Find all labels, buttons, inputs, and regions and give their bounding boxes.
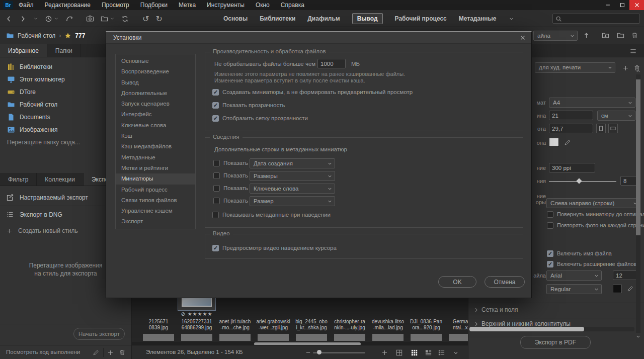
tab-folders[interactable]: Папки — [47, 44, 81, 57]
zoom-in-button[interactable] — [381, 349, 388, 356]
folder-options-button[interactable] — [101, 15, 115, 23]
tab-favorites[interactable]: Избранное — [0, 44, 47, 57]
menu-tools[interactable]: Инструменты — [201, 0, 250, 10]
section-chevron-icon[interactable] — [473, 321, 479, 327]
transparency-grid-checkbox[interactable] — [212, 115, 219, 122]
forward-button[interactable] — [19, 15, 27, 23]
export-pdf-button[interactable]: Экспорт в PDF — [520, 336, 591, 349]
section-thumbnails[interactable]: Миниатюры — [116, 173, 195, 184]
panel-vertical-scrollbar[interactable] — [636, 74, 640, 333]
generate-thumbnails-checkbox[interactable] — [212, 89, 219, 96]
parent-folder-button[interactable] — [583, 32, 590, 39]
hover-metadata-checkbox[interactable] — [212, 212, 219, 218]
font-size-input[interactable] — [613, 271, 637, 280]
font-color-swatch[interactable] — [613, 285, 622, 293]
search-box[interactable] — [552, 14, 640, 24]
menu-file[interactable]: Файл — [13, 0, 39, 10]
font-style-dropdown[interactable]: Regular — [546, 284, 602, 294]
scrollbar-thumb[interactable] — [636, 79, 640, 235]
thumbnail-placeholder[interactable] — [411, 334, 442, 341]
file-quality-dropdown[interactable]: айла — [533, 31, 578, 41]
quality-slider[interactable] — [549, 181, 616, 182]
lock-grid-button[interactable] — [395, 349, 403, 356]
section-file-type-assoc[interactable]: Связи типов файлов — [116, 195, 195, 206]
metadata-row4-dropdown[interactable]: Размер — [250, 196, 335, 206]
add-style-icon[interactable] — [107, 349, 114, 356]
new-folder-button[interactable] — [602, 32, 609, 39]
dialog-close-icon[interactable] — [519, 34, 526, 41]
units-dropdown[interactable]: см — [597, 111, 635, 121]
workspace-metadata[interactable]: Метаданные — [459, 15, 497, 22]
view-thumbnails-button[interactable] — [411, 349, 418, 356]
dialog-titlebar[interactable]: Установки — [106, 32, 531, 44]
rotate-left-button[interactable]: ↺ — [142, 15, 149, 23]
rating-stars[interactable]: ⊘ ★★★★★ — [176, 311, 218, 317]
thumbnail-placeholder[interactable] — [143, 334, 174, 341]
scrollbar-thumb[interactable] — [469, 327, 584, 331]
bridge-app-icon[interactable]: Br — [3, 1, 13, 9]
section-media-cache[interactable]: Кэш медиафайлов — [116, 141, 195, 152]
metadata-row2-dropdown[interactable]: Размеры — [250, 171, 335, 181]
file-size-limit-input[interactable] — [317, 59, 346, 68]
edit-font-color-pencil-icon[interactable] — [627, 285, 634, 292]
thumbnail-placeholder[interactable] — [334, 334, 365, 341]
rotate-thumbnail-checkbox[interactable] — [547, 211, 553, 218]
scroll-up-icon[interactable] — [635, 68, 641, 74]
file-item[interactable]: Germany_ntai...x574 — [445, 319, 468, 330]
section-chevron-icon[interactable] — [473, 307, 479, 313]
delete-style-icon[interactable] — [119, 349, 126, 356]
background-color-swatch[interactable] — [549, 138, 559, 147]
section-general[interactable]: Основные — [116, 56, 195, 66]
workspace-workflow[interactable]: Рабочий процесс — [395, 15, 447, 22]
delete-button[interactable] — [631, 32, 638, 39]
thumbnail-placeholder[interactable] — [258, 334, 289, 341]
landscape-orientation-button[interactable] — [608, 124, 618, 133]
width-input[interactable] — [549, 111, 593, 120]
thumbnail-placeholder[interactable] — [449, 334, 468, 341]
menu-label[interactable]: Метка — [173, 0, 201, 10]
show-transparency-checkbox[interactable] — [212, 102, 219, 109]
grid-margins-section[interactable]: Сетка и поля — [481, 306, 518, 313]
tab-filter[interactable]: Фильтр — [0, 173, 37, 186]
thumbnail-placeholder[interactable] — [181, 334, 212, 341]
file-item[interactable]: 21256710839.jpg — [139, 319, 178, 330]
menu-view[interactable]: Просмотр — [96, 0, 135, 10]
file-item[interactable]: christopher-rankin-...-uly.jpg — [331, 319, 369, 330]
section-workflow[interactable]: Рабочий процесс — [116, 185, 195, 195]
view-list-button[interactable] — [438, 349, 445, 356]
maximize-button[interactable] — [615, 0, 629, 10]
tab-collections[interactable]: Коллекции — [37, 173, 84, 186]
close-button[interactable] — [629, 0, 644, 10]
thumbnail-placeholder[interactable] — [296, 334, 327, 341]
resolution-input[interactable] — [549, 163, 595, 172]
header-footer-section[interactable]: Верхний и нижний колонтитулы — [481, 320, 571, 327]
layout-order-dropdown[interactable]: Слева направо (строки) — [546, 198, 640, 208]
file-item[interactable]: ariel-grabowski-wer...zgli.jpg — [254, 319, 292, 330]
scroll-down-icon[interactable] — [635, 334, 641, 339]
repeat-photo-checkbox[interactable] — [547, 222, 553, 229]
breadcrumb-collection[interactable]: 777 — [75, 32, 85, 39]
quality-slider-handle[interactable] — [576, 178, 582, 184]
menu-edit[interactable]: Редактирование — [39, 0, 96, 10]
ok-button[interactable]: OK — [438, 276, 476, 288]
add-preset-icon[interactable] — [622, 65, 629, 71]
video-hover-preview-checkbox[interactable] — [212, 245, 219, 251]
portrait-orientation-button[interactable] — [596, 124, 606, 133]
include-filename-checkbox[interactable] — [547, 250, 553, 257]
open-folder-button[interactable] — [617, 32, 624, 39]
menu-help[interactable]: Справка — [275, 0, 310, 10]
boomerang-return-icon[interactable] — [65, 15, 73, 23]
file-item[interactable]: devushka-litso-mila...lad.jpg — [369, 319, 407, 330]
thumbnail-placeholder[interactable] — [219, 334, 251, 341]
include-extension-checkbox[interactable] — [547, 261, 553, 267]
minimize-button[interactable] — [600, 0, 615, 10]
file-item-selected[interactable]: 1620572733164886299.jpg — [178, 319, 216, 330]
search-input[interactable] — [565, 16, 637, 22]
section-advanced[interactable]: Дополнительные — [116, 88, 195, 99]
cancel-button[interactable]: Отмена — [485, 276, 525, 288]
workspace-chevron-icon[interactable] — [509, 16, 514, 22]
view-options-chevron-icon[interactable] — [453, 350, 459, 356]
camera-import-button[interactable] — [86, 15, 94, 23]
thumbnail-placeholder[interactable] — [372, 334, 404, 341]
section-export[interactable]: Экспорт — [116, 216, 195, 227]
